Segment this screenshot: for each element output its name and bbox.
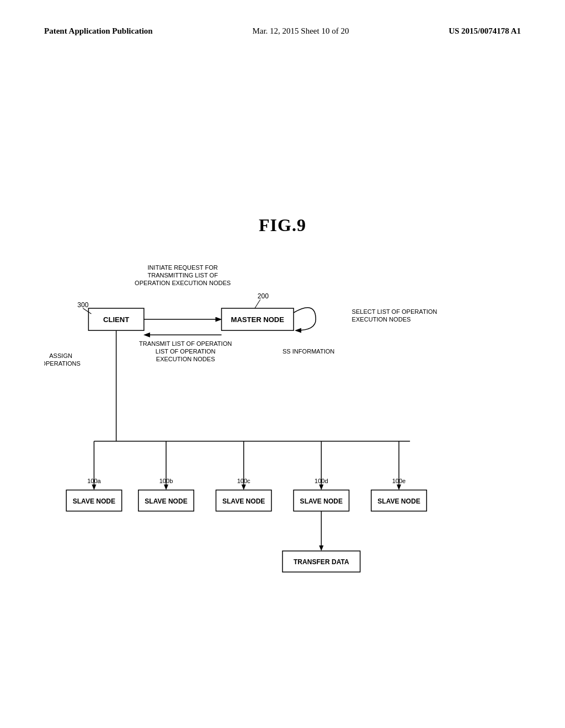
header-date-sheet: Mar. 12, 2015 Sheet 10 of 20 [252, 26, 349, 36]
diagram-container: CLIENT 300 MASTER NODE 200 INITIATE REQU… [44, 243, 521, 618]
master-label: 200 [258, 292, 269, 300]
slave-c-label: 100c [237, 478, 250, 484]
ss-information-text: SS INFORMATION [282, 348, 334, 355]
arrow-a [92, 484, 96, 490]
transfer-data-text: TRANSFER DATA [294, 558, 349, 566]
select-list-text: SELECT LIST OF OPERATION [352, 308, 438, 315]
transfer-arrow [319, 545, 323, 551]
slave-d-text: SLAVE NODE [300, 497, 343, 505]
client-text: CLIENT [103, 315, 129, 324]
slave-d-label: 100d [315, 478, 328, 484]
slave-e-text: SLAVE NODE [377, 497, 420, 505]
arrow-d [319, 484, 323, 490]
arrow-c [242, 484, 246, 490]
transmit-list-text2: LIST OF OPERATION [156, 348, 216, 355]
slave-b-text: SLAVE NODE [145, 497, 187, 505]
slave-c-text: SLAVE NODE [222, 497, 265, 505]
header-publication-label: Patent Application Publication [44, 26, 153, 36]
initiate-request-text2: TRANSMITTING LIST OF [147, 272, 218, 279]
assign-ops-text2: OPERATIONS [44, 360, 81, 367]
slave-e-label: 100e [392, 478, 406, 484]
select-list-arrow [294, 308, 316, 330]
diagram-svg: CLIENT 300 MASTER NODE 200 INITIATE REQU… [44, 243, 521, 618]
transmit-list-text: TRANSMIT LIST OF OPERATION [139, 340, 232, 347]
page-header: Patent Application Publication Mar. 12, … [44, 26, 521, 36]
figure-title: FIG.9 [0, 215, 565, 235]
transmit-list-text3: EXECUTION NODES [156, 356, 215, 362]
arrow-b [164, 484, 168, 490]
assign-ops-text: ASSIGN [49, 352, 72, 359]
master-node-text: MASTER NODE [231, 315, 285, 324]
slave-a-label: 100a [87, 478, 101, 484]
select-list-text2: EXECUTION NODES [352, 316, 411, 323]
master-label-line [255, 299, 260, 308]
slave-b-label: 100b [159, 478, 173, 484]
arrow-e [397, 484, 401, 490]
slave-a-text: SLAVE NODE [73, 497, 115, 505]
client-label: 300 [77, 301, 88, 309]
initiate-request-text: INITIATE REQUEST FOR [148, 264, 218, 271]
header-patent-number: US 2015/0074178 A1 [449, 26, 521, 36]
initiate-request-text3: OPERATION EXECUTION NODES [135, 280, 231, 286]
